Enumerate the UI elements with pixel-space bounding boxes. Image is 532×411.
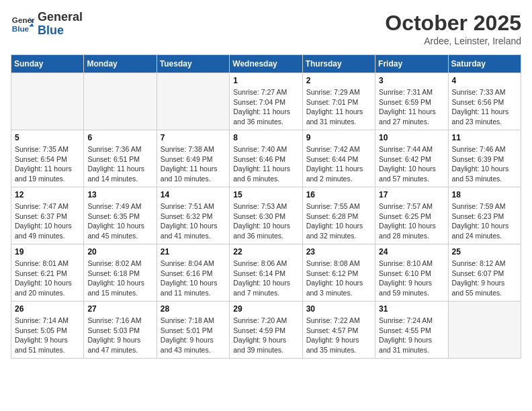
week-row-4: 19Sunrise: 8:01 AM Sunset: 6:21 PM Dayli… [11, 244, 521, 302]
day-info: Sunrise: 7:44 AM Sunset: 6:42 PM Dayligh… [379, 144, 444, 184]
day-number: 9 [306, 133, 371, 142]
day-info: Sunrise: 7:49 AM Sunset: 6:35 PM Dayligh… [87, 201, 152, 241]
day-cell-2: 2Sunrise: 7:29 AM Sunset: 7:01 PM Daylig… [302, 73, 375, 130]
day-info: Sunrise: 7:14 AM Sunset: 5:05 PM Dayligh… [15, 316, 80, 355]
day-number: 28 [161, 304, 226, 314]
day-cell-15: 15Sunrise: 7:53 AM Sunset: 6:30 PM Dayli… [230, 187, 302, 244]
day-cell-8: 8Sunrise: 7:40 AM Sunset: 6:46 PM Daylig… [230, 130, 302, 187]
day-cell-21: 21Sunrise: 8:04 AM Sunset: 6:16 PM Dayli… [157, 244, 229, 302]
column-header-sunday: Sunday [11, 55, 84, 73]
day-number: 20 [87, 247, 152, 257]
svg-text:Blue: Blue [12, 24, 30, 33]
day-number: 18 [452, 190, 517, 199]
day-info: Sunrise: 7:24 AM Sunset: 4:55 PM Dayligh… [379, 316, 444, 355]
column-header-tuesday: Tuesday [157, 55, 229, 73]
day-info: Sunrise: 7:42 AM Sunset: 6:44 PM Dayligh… [306, 144, 371, 184]
day-cell-3: 3Sunrise: 7:31 AM Sunset: 6:59 PM Daylig… [375, 73, 448, 130]
day-cell-26: 26Sunrise: 7:14 AM Sunset: 5:05 PM Dayli… [11, 302, 84, 359]
day-number: 24 [379, 247, 444, 257]
empty-cell [84, 73, 157, 130]
day-cell-30: 30Sunrise: 7:22 AM Sunset: 4:57 PM Dayli… [302, 302, 375, 359]
day-cell-17: 17Sunrise: 7:57 AM Sunset: 6:25 PM Dayli… [375, 187, 448, 244]
column-header-wednesday: Wednesday [230, 55, 302, 73]
day-cell-18: 18Sunrise: 7:59 AM Sunset: 6:23 PM Dayli… [448, 187, 521, 244]
day-info: Sunrise: 7:20 AM Sunset: 4:59 PM Dayligh… [233, 316, 298, 355]
day-number: 31 [379, 304, 444, 314]
day-info: Sunrise: 7:53 AM Sunset: 6:30 PM Dayligh… [233, 201, 298, 241]
day-info: Sunrise: 7:33 AM Sunset: 6:56 PM Dayligh… [452, 87, 517, 127]
day-number: 29 [233, 304, 298, 314]
day-info: Sunrise: 7:16 AM Sunset: 5:03 PM Dayligh… [87, 316, 152, 355]
day-number: 3 [379, 76, 444, 85]
day-number: 8 [233, 133, 298, 142]
week-row-1: 1Sunrise: 7:27 AM Sunset: 7:04 PM Daylig… [11, 73, 521, 130]
empty-cell [11, 73, 84, 130]
logo-text: General Blue [38, 11, 83, 38]
day-info: Sunrise: 7:59 AM Sunset: 6:23 PM Dayligh… [452, 201, 517, 241]
day-cell-19: 19Sunrise: 8:01 AM Sunset: 6:21 PM Dayli… [11, 244, 84, 302]
day-cell-20: 20Sunrise: 8:02 AM Sunset: 6:18 PM Dayli… [84, 244, 157, 302]
day-cell-1: 1Sunrise: 7:27 AM Sunset: 7:04 PM Daylig… [230, 73, 302, 130]
day-cell-28: 28Sunrise: 7:18 AM Sunset: 5:01 PM Dayli… [157, 302, 229, 359]
day-number: 11 [452, 133, 517, 142]
day-number: 4 [452, 76, 517, 85]
day-number: 19 [15, 247, 80, 257]
day-info: Sunrise: 7:35 AM Sunset: 6:54 PM Dayligh… [15, 144, 80, 184]
day-info: Sunrise: 7:18 AM Sunset: 5:01 PM Dayligh… [161, 316, 226, 355]
day-number: 21 [161, 247, 226, 257]
day-cell-24: 24Sunrise: 8:10 AM Sunset: 6:10 PM Dayli… [375, 244, 448, 302]
day-number: 22 [233, 247, 298, 257]
day-info: Sunrise: 7:47 AM Sunset: 6:37 PM Dayligh… [15, 201, 80, 241]
day-info: Sunrise: 8:10 AM Sunset: 6:10 PM Dayligh… [379, 259, 444, 298]
day-info: Sunrise: 8:12 AM Sunset: 6:07 PM Dayligh… [452, 259, 517, 298]
day-info: Sunrise: 7:51 AM Sunset: 6:32 PM Dayligh… [161, 201, 226, 241]
column-header-friday: Friday [375, 55, 448, 73]
column-header-thursday: Thursday [302, 55, 375, 73]
subtitle: Ardee, Leinster, Ireland [385, 36, 521, 46]
day-cell-25: 25Sunrise: 8:12 AM Sunset: 6:07 PM Dayli… [448, 244, 521, 302]
day-cell-27: 27Sunrise: 7:16 AM Sunset: 5:03 PM Dayli… [84, 302, 157, 359]
day-cell-23: 23Sunrise: 8:08 AM Sunset: 6:12 PM Dayli… [302, 244, 375, 302]
day-number: 17 [379, 190, 444, 199]
day-info: Sunrise: 8:08 AM Sunset: 6:12 PM Dayligh… [306, 259, 371, 298]
day-cell-29: 29Sunrise: 7:20 AM Sunset: 4:59 PM Dayli… [230, 302, 302, 359]
day-cell-13: 13Sunrise: 7:49 AM Sunset: 6:35 PM Dayli… [84, 187, 157, 244]
column-header-monday: Monday [84, 55, 157, 73]
week-row-2: 5Sunrise: 7:35 AM Sunset: 6:54 PM Daylig… [11, 130, 521, 187]
day-info: Sunrise: 7:22 AM Sunset: 4:57 PM Dayligh… [306, 316, 371, 355]
day-cell-12: 12Sunrise: 7:47 AM Sunset: 6:37 PM Dayli… [11, 187, 84, 244]
column-header-saturday: Saturday [448, 55, 521, 73]
day-info: Sunrise: 8:04 AM Sunset: 6:16 PM Dayligh… [161, 259, 226, 298]
day-cell-22: 22Sunrise: 8:06 AM Sunset: 6:14 PM Dayli… [230, 244, 302, 302]
day-number: 12 [15, 190, 80, 199]
day-cell-9: 9Sunrise: 7:42 AM Sunset: 6:44 PM Daylig… [302, 130, 375, 187]
day-number: 30 [306, 304, 371, 314]
day-info: Sunrise: 7:29 AM Sunset: 7:01 PM Dayligh… [306, 87, 371, 127]
calendar-header-row: SundayMondayTuesdayWednesdayThursdayFrid… [11, 55, 521, 73]
day-number: 1 [233, 76, 298, 85]
month-title: October 2025 [385, 11, 521, 36]
day-info: Sunrise: 7:27 AM Sunset: 7:04 PM Dayligh… [233, 87, 298, 127]
day-info: Sunrise: 7:38 AM Sunset: 6:49 PM Dayligh… [161, 144, 226, 184]
day-info: Sunrise: 7:46 AM Sunset: 6:39 PM Dayligh… [452, 144, 517, 184]
day-cell-11: 11Sunrise: 7:46 AM Sunset: 6:39 PM Dayli… [448, 130, 521, 187]
empty-cell [448, 302, 521, 359]
day-info: Sunrise: 7:31 AM Sunset: 6:59 PM Dayligh… [379, 87, 444, 127]
day-number: 7 [161, 133, 226, 142]
day-cell-5: 5Sunrise: 7:35 AM Sunset: 6:54 PM Daylig… [11, 130, 84, 187]
day-number: 5 [15, 133, 80, 142]
day-info: Sunrise: 7:57 AM Sunset: 6:25 PM Dayligh… [379, 201, 444, 241]
day-info: Sunrise: 7:40 AM Sunset: 6:46 PM Dayligh… [233, 144, 298, 184]
day-number: 16 [306, 190, 371, 199]
day-number: 14 [161, 190, 226, 199]
calendar: SundayMondayTuesdayWednesdayThursdayFrid… [11, 54, 521, 359]
day-number: 2 [306, 76, 371, 85]
day-number: 10 [379, 133, 444, 142]
page-header: General Blue General Blue October 2025 A… [11, 11, 521, 46]
title-block: October 2025 Ardee, Leinster, Ireland [385, 11, 521, 46]
day-cell-16: 16Sunrise: 7:55 AM Sunset: 6:28 PM Dayli… [302, 187, 375, 244]
day-number: 25 [452, 247, 517, 257]
week-row-5: 26Sunrise: 7:14 AM Sunset: 5:05 PM Dayli… [11, 302, 521, 359]
day-info: Sunrise: 8:02 AM Sunset: 6:18 PM Dayligh… [87, 259, 152, 298]
day-number: 23 [306, 247, 371, 257]
